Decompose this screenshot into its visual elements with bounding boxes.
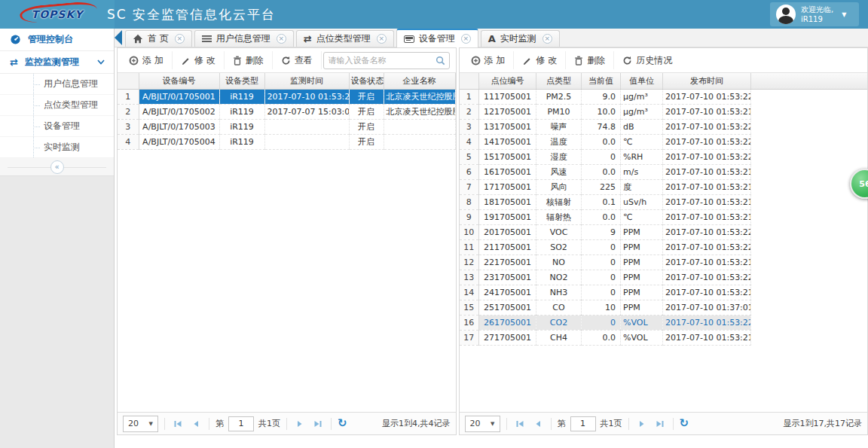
sidebar-group-monitoring[interactable]: ⇄ 监控监测管理	[0, 51, 114, 74]
close-icon[interactable]: ×	[277, 34, 286, 44]
device-panel-icon	[404, 35, 414, 43]
column-header[interactable]: 设备状态	[349, 73, 384, 89]
close-icon[interactable]: ×	[461, 34, 471, 44]
edit-button[interactable]: 修 改	[513, 51, 565, 69]
close-icon[interactable]: ×	[542, 34, 552, 44]
table-row[interactable]: 14241705001NH30PPM2017-07-10 01:53:21	[460, 285, 751, 300]
table-cell: PPM	[621, 270, 663, 285]
rownum-header	[460, 73, 479, 89]
row-number: 9	[460, 209, 479, 224]
edit-button[interactable]: 修 改	[172, 51, 224, 69]
refresh-icon[interactable]: ↻	[338, 418, 347, 429]
table-cell	[264, 119, 349, 134]
tab-device-mgmt[interactable]: 设备管理 ×	[396, 29, 478, 47]
sidebar-item-point-type[interactable]: 点位类型管理	[0, 95, 114, 116]
table-row[interactable]: 8181705001核辐射0.1uSv/h2017-07-10 01:53:21	[460, 194, 751, 209]
reload-icon	[281, 56, 291, 66]
device-panel: 添 加 修 改 删除 查看 定位	[117, 47, 457, 435]
table-row[interactable]: 1111705001PM2.59.0μg/m³2017-07-10 01:53:…	[460, 89, 751, 104]
column-header[interactable]: 值单位	[621, 73, 663, 89]
table-row[interactable]: 11211705001SO20PPM2017-07-10 01:53:22	[460, 239, 751, 254]
table-cell: 0.1	[582, 194, 621, 209]
page-size-select[interactable]: 20▼	[465, 416, 500, 432]
table-row[interactable]: 2121705001PM1010.0μg/m³2017-07-10 01:53:…	[460, 104, 751, 119]
tab-home[interactable]: 首 页 ×	[125, 30, 192, 47]
column-header[interactable]: 设备编号	[139, 73, 219, 89]
prev-page-button[interactable]	[531, 417, 545, 431]
table-row[interactable]: 4A/BJLT/0/1705004iR119开启	[118, 134, 455, 149]
next-page-button[interactable]	[635, 417, 649, 431]
user-menu[interactable]: 欢迎光临,iR119 ▼	[770, 2, 859, 26]
tab-user-info[interactable]: 用户信息管理 ×	[194, 30, 294, 47]
table-row[interactable]: 4141705001温度0.0℃2017-07-10 01:53:22	[460, 134, 751, 149]
point-table: 点位编号点类型当前值值单位发布时间 1111705001PM2.59.0μg/m…	[460, 73, 752, 346]
table-row[interactable]: 9191705001辐射热0.0℃2017-07-10 01:53:21	[460, 209, 751, 224]
first-page-button[interactable]	[513, 417, 527, 431]
row-number: 14	[460, 285, 479, 300]
tab-realtime[interactable]: A 实时监测 ×	[481, 30, 560, 47]
table-row[interactable]: 2A/BJLT/0/1705002iR1192017-07-07 15:03:0…	[118, 104, 455, 119]
column-header[interactable]: 监测时间	[264, 73, 349, 89]
tab-bar: 首 页 × 用户信息管理 × ⇄ 点位类型管理 × 设备管理 × A 实时监测 …	[115, 29, 868, 47]
table-row[interactable]: 17271705001CH40.0%VOL2017-07-10 01:53:21	[460, 330, 751, 345]
refresh-icon[interactable]: ↻	[680, 418, 689, 429]
table-row[interactable]: 10201705001VOC9PPM2017-07-10 01:53:22	[460, 224, 751, 239]
page-suffix: 共1页	[601, 418, 622, 429]
column-header[interactable]: 点位编号	[479, 73, 536, 89]
prev-page-button[interactable]	[189, 417, 203, 431]
sidebar-item-label: 用户信息管理	[44, 78, 98, 90]
sidebar-item-label: 管理控制台	[28, 33, 73, 46]
next-page-button[interactable]	[293, 417, 307, 431]
table-row[interactable]: 1A/BJLT/0/1705001iR1192017-07-10 01:53:2…	[118, 89, 455, 104]
sidebar-item-console[interactable]: 管理控制台	[0, 29, 114, 51]
table-row[interactable]: 13231705001NO20PPM2017-07-10 01:53:22	[460, 270, 751, 285]
history-button[interactable]: 历史情况	[613, 51, 680, 69]
avatar	[776, 5, 796, 24]
sidebar-item-device-mgmt[interactable]: 设备管理	[0, 116, 114, 137]
view-button[interactable]: 查看	[272, 51, 321, 69]
sidebar-toggle-arrow-icon[interactable]	[115, 30, 122, 45]
search-input[interactable]	[324, 56, 436, 66]
sidebar-item-user-info[interactable]: 用户信息管理	[0, 74, 114, 95]
column-header[interactable]: 设备类型	[219, 73, 264, 89]
page-number-input[interactable]	[228, 416, 254, 431]
delete-button[interactable]: 删除	[565, 51, 613, 69]
table-row[interactable]: 12221705001NO0PPM2017-07-10 01:53:21	[460, 254, 751, 270]
table-row[interactable]: 15251705001CO10PPM2017-07-10 01:37:01	[460, 300, 751, 315]
table-row[interactable]: 6161705001风速0.0m/s2017-07-10 01:53:21	[460, 164, 751, 179]
first-page-button[interactable]	[171, 417, 185, 431]
close-icon[interactable]: ×	[175, 34, 185, 44]
table-cell: %RH	[621, 149, 663, 164]
table-cell: 2017-07-10 01:53:22	[663, 239, 751, 254]
table-cell: uSv/h	[621, 194, 663, 209]
loop-icon: ⇄	[304, 34, 312, 44]
table-cell: 181705001	[479, 194, 536, 209]
table-row[interactable]: 7171705001风向225度2017-07-10 01:53:21	[460, 179, 751, 194]
table-row[interactable]: 5151705001湿度0%RH2017-07-10 01:53:22	[460, 149, 751, 164]
sidebar-item-realtime[interactable]: 实时监测	[0, 137, 114, 158]
table-cell: PM10	[536, 104, 582, 119]
table-cell: iR119	[219, 89, 264, 104]
last-page-button[interactable]	[311, 417, 325, 431]
page-number-input[interactable]	[570, 416, 596, 431]
page-size-select[interactable]: 20▼	[123, 416, 158, 432]
add-button[interactable]: 添 加	[463, 51, 514, 69]
table-row[interactable]: 16261705001CO20%VOL2017-07-10 01:53:22	[460, 315, 751, 330]
table-cell: μg/m³	[621, 89, 663, 104]
close-icon[interactable]: ×	[377, 34, 387, 44]
column-header[interactable]: 发布时间	[663, 73, 751, 89]
delete-button[interactable]: 删除	[224, 51, 272, 69]
column-header[interactable]: 当前值	[582, 73, 621, 89]
column-header[interactable]: 点类型	[536, 73, 582, 89]
column-header[interactable]: 企业名称	[384, 73, 455, 89]
chevron-down-icon[interactable]: ▼	[842, 11, 846, 18]
table-row[interactable]: 3A/BJLT/0/1705003iR119开启	[118, 119, 455, 134]
tab-point-type[interactable]: ⇄ 点位类型管理 ×	[296, 30, 394, 47]
search-icon[interactable]	[436, 56, 449, 66]
sidebar-item-label: 点位类型管理	[44, 99, 98, 111]
pencil-icon	[181, 56, 191, 66]
collapse-icon[interactable]: «	[50, 160, 64, 174]
last-page-button[interactable]	[653, 417, 667, 431]
add-button[interactable]: 添 加	[121, 51, 172, 69]
table-row[interactable]: 3131705001噪声74.8dB2017-07-10 01:53:22	[460, 119, 751, 134]
